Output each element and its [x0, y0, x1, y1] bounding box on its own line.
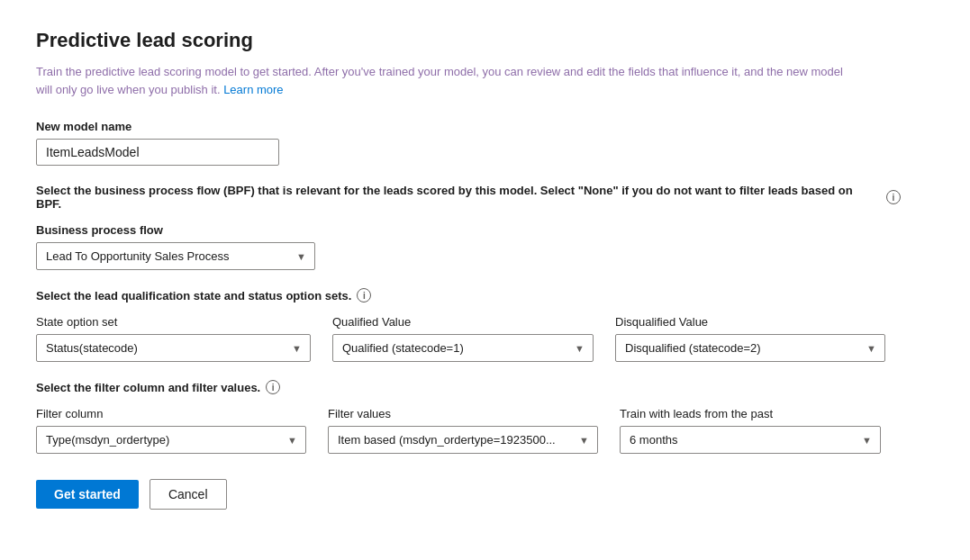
filter-column-dropdown[interactable]: Type(msdyn_ordertype): [36, 426, 306, 454]
bpf-instruction-text: Select the business process flow (BPF) t…: [36, 184, 901, 211]
filter-columns: Filter column Type(msdyn_ordertype) ▼ Fi…: [36, 407, 934, 454]
description-text: Train the predictive lead scoring model …: [36, 63, 847, 98]
bpf-dropdown-wrapper: None Lead To Opportunity Sales Process ▼: [36, 242, 315, 270]
state-option-col: State option set Status(statecode) ▼: [36, 315, 311, 362]
bpf-field-section: Business process flow None Lead To Oppor…: [36, 223, 934, 270]
qualified-value-wrapper: Qualified (statecode=1) ▼: [332, 334, 594, 362]
bpf-label: Business process flow: [36, 223, 934, 237]
get-started-button[interactable]: Get started: [36, 480, 139, 509]
bpf-dropdown[interactable]: None Lead To Opportunity Sales Process: [36, 242, 315, 270]
qualification-columns: State option set Status(statecode) ▼ Qua…: [36, 315, 934, 362]
disqualified-value-wrapper: Disqualified (statecode=2) ▼: [615, 334, 885, 362]
disqualified-value-dropdown[interactable]: Disqualified (statecode=2): [615, 334, 885, 362]
model-name-input[interactable]: [36, 139, 279, 166]
filter-column-wrapper: Type(msdyn_ordertype) ▼: [36, 426, 306, 454]
train-leads-col: Train with leads from the past 3 months …: [620, 407, 881, 454]
state-option-wrapper: Status(statecode) ▼: [36, 334, 311, 362]
disqualified-value-col: Disqualified Value Disqualified (stateco…: [615, 315, 885, 362]
qualification-instruction-text: Select the lead qualification state and …: [36, 288, 901, 303]
qualification-info-icon: i: [357, 288, 371, 303]
disqualified-value-label: Disqualified Value: [615, 315, 885, 329]
train-leads-dropdown[interactable]: 3 months 6 months 12 months: [620, 426, 881, 454]
page-title: Predictive lead scoring: [36, 29, 934, 52]
description-part1: Train the predictive lead scoring model …: [36, 65, 843, 96]
learn-more-link[interactable]: Learn more: [223, 83, 283, 96]
qualification-section: Select the lead qualification state and …: [36, 288, 934, 362]
bpf-instruction-span: Select the business process flow (BPF) t…: [36, 184, 881, 211]
filter-column-col: Filter column Type(msdyn_ordertype) ▼: [36, 407, 306, 454]
filter-values-label: Filter values: [328, 407, 598, 420]
model-name-section: New model name: [36, 120, 934, 166]
state-option-label: State option set: [36, 315, 311, 329]
cancel-button[interactable]: Cancel: [150, 479, 227, 510]
bpf-info-icon: i: [886, 190, 901, 204]
filter-values-dropdown[interactable]: Item based (msdyn_ordertype=1923500...: [328, 426, 598, 454]
bpf-section: Select the business process flow (BPF) t…: [36, 184, 934, 270]
model-name-label: New model name: [36, 120, 934, 133]
qualified-value-dropdown[interactable]: Qualified (statecode=1): [332, 334, 594, 362]
qualified-value-label: Qualified Value: [332, 315, 594, 329]
filter-instruction-span: Select the filter column and filter valu…: [36, 381, 260, 394]
train-leads-label: Train with leads from the past: [620, 407, 881, 420]
filter-values-col: Filter values Item based (msdyn_ordertyp…: [328, 407, 598, 454]
qualification-instruction-span: Select the lead qualification state and …: [36, 289, 351, 303]
filter-column-label: Filter column: [36, 407, 306, 420]
filter-values-wrapper: Item based (msdyn_ordertype=1923500... ▼: [328, 426, 598, 454]
page-container: Predictive lead scoring Train the predic…: [0, 0, 970, 546]
button-row: Get started Cancel: [36, 479, 934, 510]
qualified-value-col: Qualified Value Qualified (statecode=1) …: [332, 315, 594, 362]
filter-instruction-text: Select the filter column and filter valu…: [36, 380, 901, 394]
filter-info-icon: i: [266, 380, 280, 394]
filter-section: Select the filter column and filter valu…: [36, 380, 934, 454]
train-leads-wrapper: 3 months 6 months 12 months ▼: [620, 426, 881, 454]
state-option-dropdown[interactable]: Status(statecode): [36, 334, 311, 362]
